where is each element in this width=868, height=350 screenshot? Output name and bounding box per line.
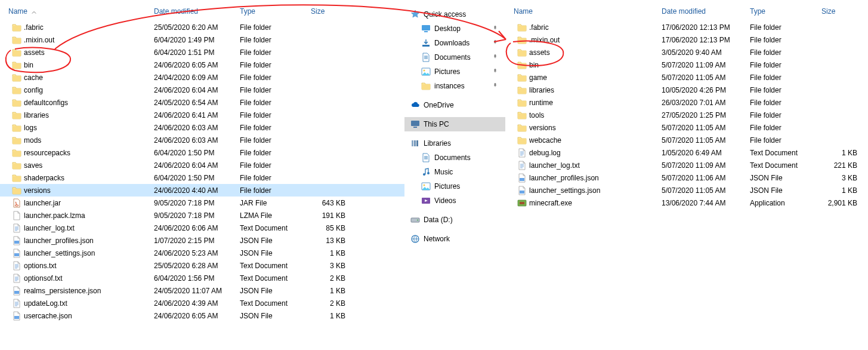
nav-lib-videos[interactable]: Videos <box>404 194 505 208</box>
file-name-cell[interactable]: mods <box>0 136 150 145</box>
nav-pictures[interactable]: Pictures <box>404 65 505 79</box>
file-name-cell[interactable]: launcher_settings.json <box>0 248 150 258</box>
right-column-headers[interactable]: Name Date modified Type Size <box>505 5 868 21</box>
file-row[interactable]: webcache5/07/2020 11:05 AMFile folder <box>505 134 868 146</box>
col-type[interactable]: Type <box>746 7 818 16</box>
file-name-cell[interactable]: .fabric <box>0 23 150 32</box>
file-name-cell[interactable]: options.txt <box>0 261 150 271</box>
file-row[interactable]: minecraft.exe13/06/2020 7:44 AMApplicati… <box>505 197 868 209</box>
nav-libraries[interactable]: Libraries <box>404 136 505 151</box>
file-row[interactable]: optionsof.txt6/04/2020 1:56 PMText Docum… <box>0 272 404 284</box>
file-row[interactable]: libraries24/06/2020 6:41 AMFile folder <box>0 109 404 121</box>
file-name-cell[interactable]: .mixin.out <box>505 35 658 45</box>
file-row[interactable]: shaderpacks6/04/2020 1:50 PMFile folder <box>0 171 404 184</box>
file-row[interactable]: versions5/07/2020 11:05 AMFile folder <box>505 121 868 134</box>
col-size[interactable]: Size <box>307 7 349 16</box>
file-row[interactable]: launcher.jar9/05/2020 7:18 PMJAR File643… <box>0 197 404 209</box>
file-row[interactable]: bin5/07/2020 11:09 AMFile folder <box>505 59 868 71</box>
file-row[interactable]: assets6/04/2020 1:51 PMFile folder <box>0 46 404 59</box>
file-row[interactable]: saves24/06/2020 6:04 AMFile folder <box>0 159 404 171</box>
file-name-cell[interactable]: optionsof.txt <box>0 274 150 283</box>
file-name-cell[interactable]: shaderpacks <box>0 173 150 183</box>
file-name-cell[interactable]: .mixin.out <box>0 35 150 45</box>
nav-onedrive[interactable]: OneDrive <box>404 98 505 112</box>
file-name-cell[interactable]: webcache <box>505 136 658 145</box>
file-row[interactable]: launcher.pack.lzma9/05/2020 7:18 PMLZMA … <box>0 209 404 222</box>
file-name-cell[interactable]: .fabric <box>505 23 658 32</box>
file-row[interactable]: options.txt25/05/2020 6:28 AMText Docume… <box>0 259 404 272</box>
file-name-cell[interactable]: bin <box>505 60 658 70</box>
col-name[interactable]: Name <box>505 7 658 16</box>
file-name-cell[interactable]: defaultconfigs <box>0 98 150 108</box>
file-name-cell[interactable]: runtime <box>505 98 658 108</box>
file-name-cell[interactable]: launcher_log.txt <box>0 223 150 233</box>
file-name-cell[interactable]: versions <box>0 186 150 195</box>
file-row[interactable]: .mixin.out6/04/2020 1:49 PMFile folder <box>0 33 404 46</box>
nav-downloads[interactable]: Downloads <box>404 36 505 50</box>
file-name-cell[interactable]: versions <box>505 123 658 133</box>
file-name-cell[interactable]: launcher.pack.lzma <box>0 211 150 220</box>
col-size[interactable]: Size <box>818 7 861 16</box>
file-row[interactable]: versions24/06/2020 4:40 AMFile folder <box>0 184 404 197</box>
file-row[interactable]: launcher_log.txt24/06/2020 6:06 AMText D… <box>0 222 404 234</box>
file-row[interactable]: launcher_profiles.json1/07/2020 2:15 PMJ… <box>0 234 404 247</box>
file-row[interactable]: launcher_log.txt5/07/2020 11:09 AMText D… <box>505 159 868 171</box>
nav-instances[interactable]: instances <box>404 79 505 93</box>
file-name-cell[interactable]: launcher_log.txt <box>505 161 658 170</box>
file-name-cell[interactable]: launcher_profiles.json <box>505 173 658 183</box>
file-row[interactable]: mods24/06/2020 6:03 AMFile folder <box>0 134 404 146</box>
left-column-headers[interactable]: Name Date modified Type Size <box>0 5 404 21</box>
file-row[interactable]: runtime26/03/2020 7:01 AMFile folder <box>505 96 868 109</box>
file-row[interactable]: resourcepacks6/04/2020 1:50 PMFile folde… <box>0 146 404 159</box>
file-name-cell[interactable]: config <box>0 85 150 95</box>
col-name[interactable]: Name <box>0 7 150 16</box>
col-date[interactable]: Date modified <box>150 7 236 16</box>
nav-desktop[interactable]: Desktop <box>404 22 505 36</box>
col-type[interactable]: Type <box>236 7 307 16</box>
file-name-cell[interactable]: bin <box>0 60 150 70</box>
file-row[interactable]: config24/06/2020 6:04 AMFile folder <box>0 84 404 96</box>
file-name-cell[interactable]: resourcepacks <box>0 148 150 158</box>
file-name-cell[interactable]: launcher.jar <box>0 198 150 208</box>
file-name-cell[interactable]: libraries <box>0 110 150 120</box>
file-name-cell[interactable]: tools <box>505 110 658 120</box>
file-name-cell[interactable]: assets <box>0 48 150 57</box>
file-name-cell[interactable]: launcher_profiles.json <box>0 236 150 245</box>
file-row[interactable]: usercache.json24/06/2020 6:05 AMJSON Fil… <box>0 309 404 322</box>
file-row[interactable]: updateLog.txt24/06/2020 4:39 AMText Docu… <box>0 297 404 309</box>
file-row[interactable]: launcher_profiles.json5/07/2020 11:06 AM… <box>505 171 868 184</box>
nav-lib-documents[interactable]: Documents <box>404 151 505 165</box>
file-name-cell[interactable]: libraries <box>505 85 658 95</box>
file-name-cell[interactable]: saves <box>0 161 150 170</box>
file-row[interactable]: .mixin.out17/06/2020 12:13 PMFile folder <box>505 33 868 46</box>
file-row[interactable]: game5/07/2020 11:05 AMFile folder <box>505 71 868 84</box>
file-name-cell[interactable]: cache <box>0 73 150 82</box>
file-row[interactable]: launcher_settings.json5/07/2020 11:05 AM… <box>505 184 868 197</box>
file-row[interactable]: libraries10/05/2020 4:26 PMFile folder <box>505 84 868 96</box>
file-row[interactable]: launcher_settings.json24/06/2020 5:23 AM… <box>0 247 404 259</box>
file-row[interactable]: .fabric25/05/2020 6:20 AMFile folder <box>0 21 404 33</box>
file-row[interactable]: defaultconfigs24/05/2020 6:54 AMFile fol… <box>0 96 404 109</box>
file-name-cell[interactable]: assets <box>505 48 658 57</box>
file-row[interactable]: .fabric17/06/2020 12:13 PMFile folder <box>505 21 868 33</box>
nav-network[interactable]: Network <box>404 232 505 246</box>
file-name-cell[interactable]: realms_persistence.json <box>0 286 150 296</box>
col-date[interactable]: Date modified <box>658 7 746 16</box>
file-name-cell[interactable]: usercache.json <box>0 311 150 321</box>
file-row[interactable]: debug.log1/05/2020 6:49 AMText Document1… <box>505 146 868 159</box>
file-row[interactable]: cache24/04/2020 6:09 AMFile folder <box>0 71 404 84</box>
nav-lib-music[interactable]: Music <box>404 165 505 179</box>
nav-quick-access[interactable]: Quick access <box>404 7 505 22</box>
nav-data-d[interactable]: Data (D:) <box>404 213 505 227</box>
file-row[interactable]: assets3/05/2020 9:40 AMFile folder <box>505 46 868 59</box>
file-row[interactable]: logs24/06/2020 6:03 AMFile folder <box>0 121 404 134</box>
file-name-cell[interactable]: game <box>505 73 658 82</box>
file-row[interactable]: realms_persistence.json24/05/2020 11:07 … <box>0 284 404 297</box>
file-name-cell[interactable]: updateLog.txt <box>0 299 150 308</box>
file-name-cell[interactable]: debug.log <box>505 148 658 158</box>
file-name-cell[interactable]: minecraft.exe <box>505 198 658 208</box>
file-row[interactable]: bin24/06/2020 6:05 AMFile folder <box>0 59 404 71</box>
nav-lib-pictures[interactable]: Pictures <box>404 179 505 194</box>
file-name-cell[interactable]: logs <box>0 123 150 133</box>
file-row[interactable]: tools27/05/2020 1:25 PMFile folder <box>505 109 868 121</box>
